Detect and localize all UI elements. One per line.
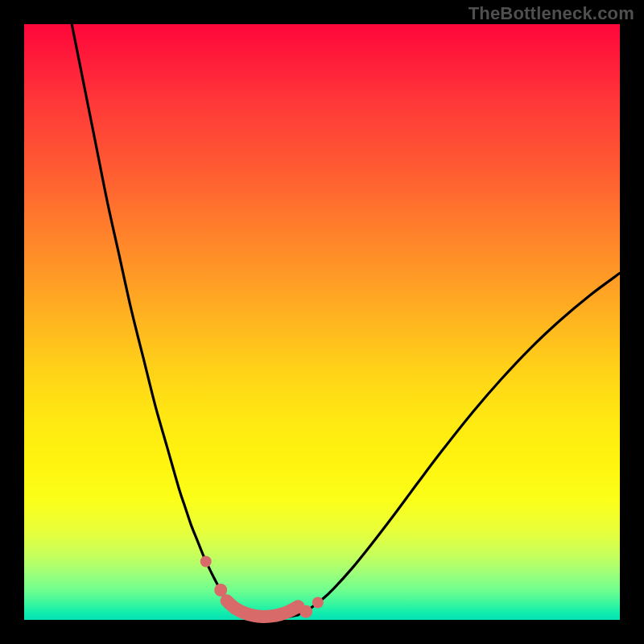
right-lower-dot — [299, 605, 312, 618]
chart-frame: TheBottleneck.com — [0, 0, 644, 644]
left-upper-dot — [200, 555, 212, 567]
plot-area — [24, 24, 620, 620]
right-curve — [298, 273, 620, 614]
right-upper-dot — [312, 597, 324, 609]
left-lower-dot — [214, 584, 227, 597]
curve-layer — [24, 24, 620, 620]
marker-dots — [200, 555, 324, 617]
valley-u-patch — [227, 601, 299, 617]
left-curve — [72, 24, 238, 612]
watermark-text: TheBottleneck.com — [469, 3, 634, 24]
